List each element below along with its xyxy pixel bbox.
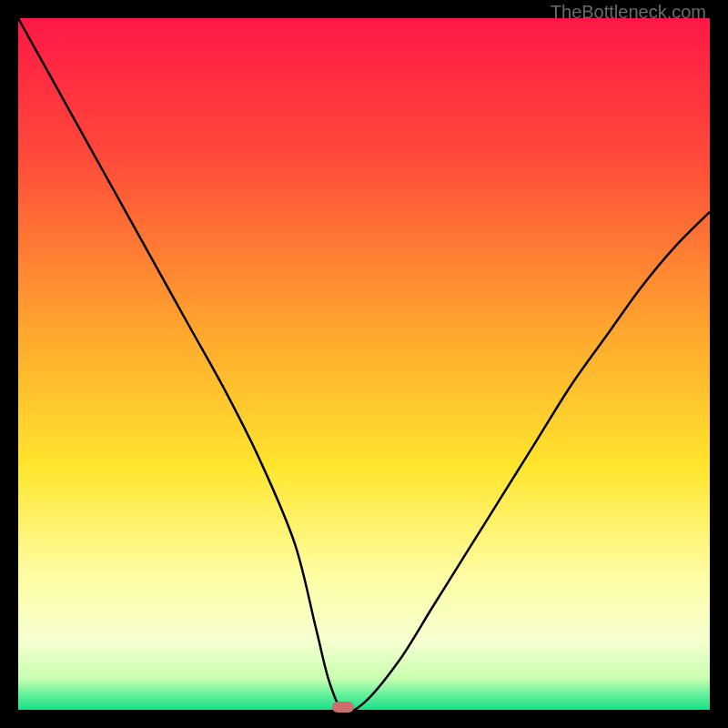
watermark-text: TheBottleneck.com (551, 2, 706, 23)
bottleneck-curve (18, 18, 710, 710)
optimum-marker (332, 702, 354, 713)
curve-layer (18, 18, 710, 710)
